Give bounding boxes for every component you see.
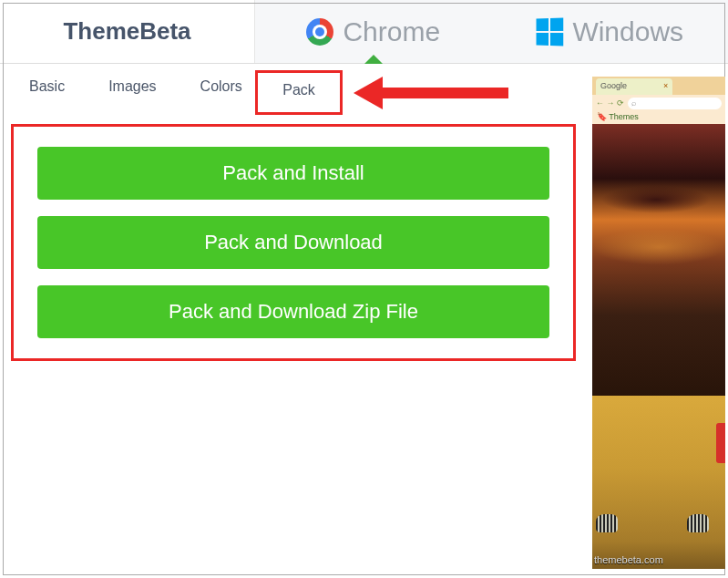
close-icon: ×	[663, 81, 668, 90]
preview-wallpaper-ground	[592, 396, 725, 569]
preview-chrome-frame: Google × ← → ⟳ ⌕ 🔖 Themes	[592, 77, 725, 115]
tab-basic[interactable]: Basic	[7, 73, 87, 115]
pack-download-zip-button[interactable]: Pack and Download Zip File	[37, 285, 549, 338]
sub-tab-bar: Basic Images Colors	[7, 73, 264, 115]
preview-url-bar: ⌕	[628, 98, 722, 109]
active-indicator-icon	[364, 55, 383, 64]
bookmark-icon: 🔖	[597, 112, 607, 121]
preview-bookmark-label: Themes	[609, 112, 639, 121]
annotation-arrow-icon	[354, 77, 508, 113]
pack-download-button[interactable]: Pack and Download	[37, 216, 549, 269]
zebra-icon	[687, 514, 709, 532]
tab-colors[interactable]: Colors	[179, 73, 264, 115]
tab-images[interactable]: Images	[87, 73, 178, 115]
nav-chrome-label: Chrome	[343, 16, 440, 47]
tab-pack[interactable]: Pack	[255, 70, 343, 115]
nav-windows[interactable]: Windows	[492, 0, 729, 63]
zebra-icon	[596, 514, 618, 532]
preview-toolbar: ← → ⟳ ⌕	[592, 95, 725, 111]
preview-footer-text: themebeta.com	[594, 554, 663, 565]
theme-preview: Google × ← → ⟳ ⌕ 🔖 Themes themebeta.com	[592, 77, 725, 569]
nav-chrome[interactable]: Chrome	[255, 0, 492, 63]
preview-bookmark-bar: 🔖 Themes	[592, 111, 725, 124]
nav-windows-label: Windows	[572, 16, 683, 47]
preview-wallpaper-sky	[592, 124, 725, 397]
pack-panel: Pack and Install Pack and Download Pack …	[11, 124, 576, 361]
preview-browser-tab: Google	[596, 78, 672, 95]
chrome-icon	[306, 18, 333, 46]
preview-badge-icon	[716, 423, 725, 463]
windows-icon	[537, 17, 564, 46]
nav-arrows-icon: ← → ⟳	[596, 98, 624, 108]
pack-install-button[interactable]: Pack and Install	[37, 147, 549, 200]
search-icon: ⌕	[631, 98, 636, 108]
